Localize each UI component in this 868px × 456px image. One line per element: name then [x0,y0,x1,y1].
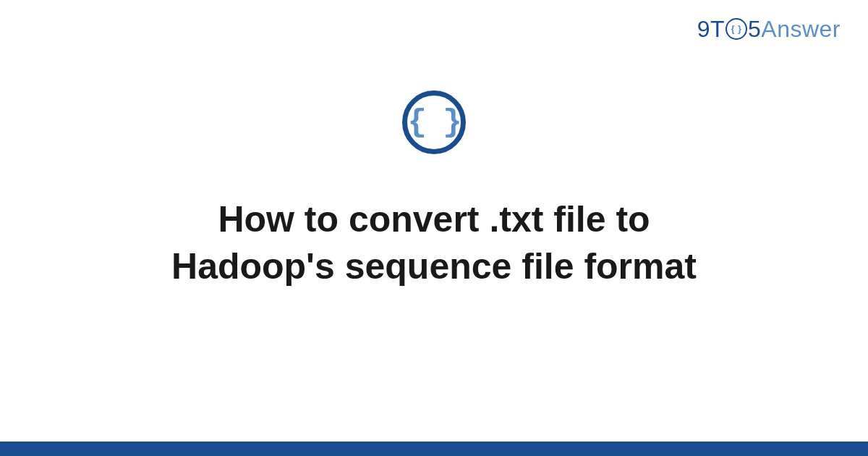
footer-accent-bar [0,442,868,456]
logo-text-answer: Answer [761,16,841,43]
site-logo: 9T { } 5 Answer [697,16,841,43]
logo-circle-icon: { } [726,18,747,40]
logo-text-9t: 9T [697,16,725,43]
logo-text-5: 5 [748,16,761,43]
page-title: How to convert .txt file to Hadoop's seq… [109,196,760,290]
logo-circle-braces: { } [731,24,741,33]
main-content: { } How to convert .txt file to Hadoop's… [0,90,868,290]
braces-glyph: { } [407,106,460,138]
code-braces-icon: { } [402,90,466,154]
